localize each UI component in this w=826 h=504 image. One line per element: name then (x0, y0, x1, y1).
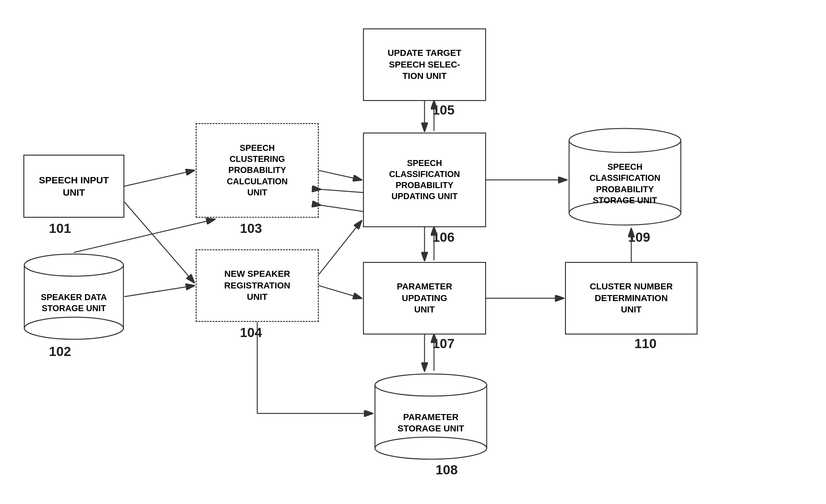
svg-point-4 (375, 374, 487, 396)
svg-point-5 (375, 437, 487, 459)
cluster-number-label: CLUSTER NUMBERDETERMINATIONUNIT (590, 281, 673, 315)
speech-class-storage: SPEECHCLASSIFICATIONPROBABILITYSTORAGE U… (568, 126, 682, 227)
svg-line-17 (320, 205, 363, 211)
speech-input-unit: SPEECH INPUT UNIT (23, 154, 124, 218)
ref-107: 107 (432, 336, 455, 351)
ref-109: 109 (628, 230, 650, 245)
svg-line-18 (319, 286, 361, 298)
ref-108: 108 (435, 462, 458, 478)
speaker-data-storage: SPEAKER DATASTORAGE UNIT (23, 252, 124, 341)
svg-point-2 (24, 317, 123, 339)
ref-103: 103 (240, 221, 262, 236)
ref-110: 110 (634, 336, 656, 351)
speech-clustering-unit: SPEECHCLUSTERINGPROBABILITYCALCULATIONUN… (196, 123, 319, 218)
diagram-container: SPEECH INPUT UNIT 101 SPEAKER DATASTORAG… (0, 0, 826, 504)
speaker-data-label: SPEAKER DATASTORAGE UNIT (36, 276, 111, 317)
parameter-updating-label: PARAMETERUPDATINGUNIT (397, 281, 452, 315)
update-target-unit: UPDATE TARGETSPEECH SELEC-TION UNIT (363, 28, 486, 101)
ref-104: 104 (240, 325, 262, 340)
new-speaker-label: NEW SPEAKERREGISTRATIONUNIT (224, 268, 290, 303)
svg-line-15 (319, 171, 361, 180)
speech-input-label: SPEECH INPUT UNIT (27, 174, 120, 198)
svg-point-1 (24, 254, 123, 276)
parameter-storage: PARAMETERSTORAGE UNIT (374, 372, 488, 461)
cluster-number-unit: CLUSTER NUMBERDETERMINATIONUNIT (565, 262, 698, 334)
svg-line-12 (124, 202, 194, 282)
svg-line-19 (319, 221, 361, 274)
new-speaker-unit: NEW SPEAKERREGISTRATIONUNIT (196, 249, 319, 322)
svg-line-16 (320, 189, 363, 192)
speech-clustering-label: SPEECHCLUSTERINGPROBABILITYCALCULATIONUN… (227, 143, 288, 198)
svg-line-13 (124, 286, 194, 297)
parameter-storage-label: PARAMETERSTORAGE UNIT (393, 396, 469, 438)
parameter-updating-unit: PARAMETERUPDATINGUNIT (363, 262, 486, 334)
speech-classification-prob-unit: SPEECHCLASSIFICATIONPROBABILITYUPDATING … (363, 133, 486, 227)
ref-106: 106 (432, 230, 455, 245)
svg-line-14 (74, 219, 215, 252)
speech-class-storage-label: SPEECHCLASSIFICATIONPROBABILITYSTORAGE U… (585, 144, 665, 209)
ref-105: 105 (432, 103, 455, 118)
svg-line-11 (124, 171, 194, 186)
speech-class-prob-label: SPEECHCLASSIFICATIONPROBABILITYUPDATING … (389, 158, 460, 202)
ref-102: 102 (49, 344, 71, 359)
ref-101: 101 (49, 221, 71, 236)
update-target-label: UPDATE TARGETSPEECH SELEC-TION UNIT (388, 47, 462, 82)
